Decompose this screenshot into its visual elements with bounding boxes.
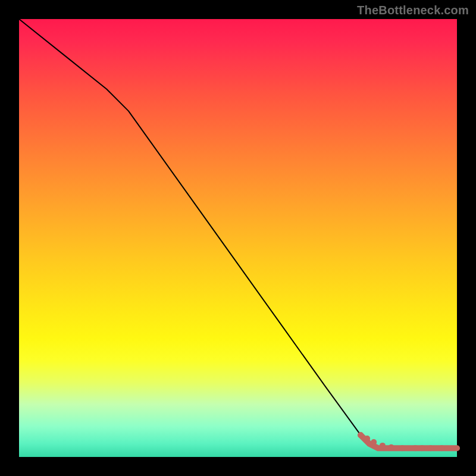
chart-svg	[19, 19, 457, 457]
highlight-dot	[389, 444, 394, 450]
highlight-dot	[399, 445, 405, 451]
highlight-dot	[412, 445, 418, 451]
plot-area	[19, 19, 457, 457]
bottleneck-curve	[19, 19, 457, 448]
highlight-dot	[358, 432, 364, 438]
highlight-dot	[455, 446, 459, 450]
watermark-text: TheBottleneck.com	[357, 4, 469, 17]
highlight-dot	[371, 439, 377, 445]
highlight-dot	[419, 445, 425, 451]
highlight-dot	[439, 445, 444, 451]
highlight-dot	[380, 443, 386, 449]
highlight-dot	[428, 445, 434, 451]
highlight-dot	[364, 436, 370, 441]
